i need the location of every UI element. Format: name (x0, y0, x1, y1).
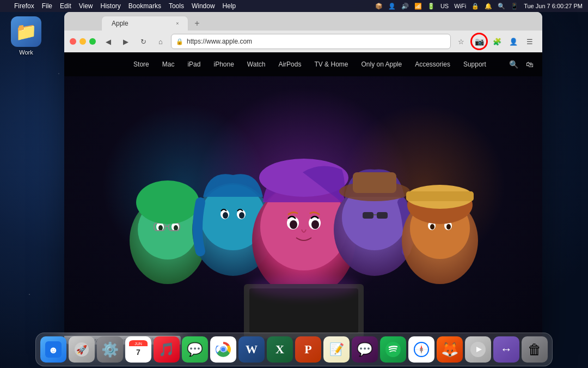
svg-point-12 (136, 180, 199, 224)
input-icon: US (440, 3, 449, 9)
dock-icon-quicktime[interactable] (465, 336, 491, 363)
apple-nav-support[interactable]: Support (463, 61, 486, 68)
menubar-right: 📦 👤 🔊 📶 🔋 US WiFi 🔒 🔔 🔍 📱 Tue Jun 7 6:00… (375, 3, 588, 10)
menubar: Firefox File Edit View History Bookmarks… (0, 0, 588, 12)
back-button[interactable]: ◀ (101, 34, 115, 49)
lock-icon: 🔒 (471, 3, 479, 10)
minimize-window-button[interactable] (79, 38, 86, 45)
search-icon[interactable]: 🔍 (509, 60, 518, 69)
website-content: Store Mac iPad iPhone Watch AirPods TV &… (64, 52, 542, 345)
traffic-lights (70, 38, 96, 45)
apple-nav-airpods[interactable]: AirPods (278, 61, 301, 68)
menu-button[interactable]: ☰ (523, 34, 537, 49)
hero-section: https://www.apple.com/us/shop/goto/bag (64, 76, 542, 345)
url-display: https://www.apple.com (187, 38, 252, 45)
menu-tools[interactable]: Tools (169, 2, 184, 10)
dock-icon-system-prefs[interactable]: ⚙️ (97, 336, 123, 363)
menu-view[interactable]: View (79, 2, 93, 10)
svg-text:7: 7 (136, 348, 140, 357)
apple-nav-mac[interactable]: Mac (162, 61, 175, 68)
maximize-window-button[interactable] (89, 38, 96, 45)
search-icon[interactable]: 🔍 (498, 3, 505, 10)
volume-icon[interactable]: 🔊 (401, 3, 409, 10)
browser-tab-apple[interactable]: Apple × (101, 16, 188, 31)
menu-history[interactable]: History (101, 2, 121, 10)
dock-icon-calendar[interactable]: 7JUN (125, 336, 151, 363)
reload-button[interactable]: ↻ (136, 34, 150, 49)
folder-icon: 📁 (11, 16, 41, 47)
svg-rect-41 (406, 191, 474, 201)
menu-bookmarks[interactable]: Bookmarks (128, 2, 161, 10)
svg-point-57 (221, 347, 225, 352)
notification-icon[interactable]: 🔔 (485, 3, 492, 10)
user-icon: 👤 (388, 3, 396, 10)
desktop: Firefox File Edit View History Bookmarks… (0, 0, 588, 368)
dock-icon-chrome[interactable] (210, 336, 236, 363)
apple-nav-watch[interactable]: Watch (247, 61, 266, 68)
apple-nav: Store Mac iPad iPhone Watch AirPods TV &… (64, 52, 542, 76)
svg-text:🚀: 🚀 (76, 345, 87, 355)
dock-icon-firefox[interactable]: 🦊 (437, 336, 463, 363)
address-bar[interactable]: 🔒 https://www.apple.com (171, 34, 451, 49)
svg-rect-28 (363, 212, 373, 219)
dock-icon-slack[interactable]: 💬 (352, 336, 378, 363)
bookmark-star-button[interactable]: ☆ (454, 34, 468, 49)
svg-point-38 (446, 224, 451, 230)
extensions-button[interactable]: 🧩 (490, 34, 504, 49)
svg-rect-29 (377, 212, 388, 219)
dock-icon-migration[interactable]: ↔ (493, 336, 519, 363)
apple-nav-only[interactable]: Only on Apple (361, 61, 402, 68)
menu-window[interactable]: Window (192, 2, 215, 10)
dock-icon-spotify[interactable] (380, 336, 406, 363)
apple-nav-store[interactable]: Store (133, 61, 149, 68)
bag-icon[interactable]: 🛍 (526, 60, 534, 69)
dock-icon-messages[interactable]: 💬 (182, 336, 208, 363)
toolbar-right-icons: ☆ 📷 🧩 👤 ☰ (454, 33, 537, 50)
screen-icon: 📱 (511, 3, 518, 10)
svg-text:☻: ☻ (48, 345, 59, 355)
apple-nav-iphone[interactable]: iPhone (213, 61, 234, 68)
dock-icon-notes[interactable]: 📝 (323, 336, 350, 363)
apple-nav-accessories[interactable]: Accessories (415, 61, 450, 68)
svg-point-17 (223, 212, 228, 219)
svg-text:JUN: JUN (134, 342, 142, 346)
account-button[interactable]: 👤 (506, 34, 520, 49)
svg-rect-32 (353, 172, 396, 193)
clock: Tue Jun 7 6:00:27 PM (524, 3, 583, 9)
nav-icons: 🔍 🛍 (509, 60, 534, 69)
new-tab-button[interactable]: + (191, 17, 204, 30)
lock-icon: 🔒 (176, 38, 183, 45)
dock-icon-music[interactable]: 🎵 (154, 336, 180, 363)
bluetooth-icon: 📶 (414, 3, 422, 10)
menu-edit[interactable]: Edit (60, 2, 71, 10)
home-button[interactable]: ⌂ (154, 34, 168, 49)
close-window-button[interactable] (70, 38, 76, 45)
desktop-folder-work[interactable]: 📁 Work (11, 16, 41, 56)
svg-point-24 (311, 220, 319, 229)
svg-point-58 (385, 342, 401, 357)
menu-file[interactable]: File (42, 2, 52, 10)
hero-artwork (64, 76, 542, 345)
tab-bar: Apple × + (64, 12, 542, 31)
dock: ☻ 🚀 ⚙️ 7JUN 🎵 💬 W X (35, 333, 553, 366)
dock-icon-launchpad[interactable]: 🚀 (69, 336, 95, 363)
tab-close-button[interactable]: × (174, 20, 181, 27)
dock-icon-powerpoint[interactable]: P (295, 336, 321, 363)
dock-icon-safari[interactable] (408, 336, 434, 363)
screenshot-button[interactable]: 📷 (470, 33, 488, 50)
battery-icon: 🔋 (427, 3, 435, 10)
wifi-icon[interactable]: WiFi (454, 3, 466, 9)
messages-dot-badge: 💬 (187, 342, 203, 357)
dock-icon-word[interactable]: W (238, 336, 265, 363)
dropbox-icon: 📦 (375, 3, 383, 10)
dock-icon-excel[interactable]: X (267, 336, 293, 363)
menu-firefox[interactable]: Firefox (14, 2, 34, 10)
dock-icon-trash[interactable]: 🗑 (522, 336, 548, 363)
menu-help[interactable]: Help (223, 2, 236, 10)
apple-nav-tv[interactable]: TV & Home (314, 61, 348, 68)
browser-window: Apple × + ◀ ▶ ↻ ⌂ 🔒 https://www.apple.co… (64, 12, 542, 345)
apple-nav-ipad[interactable]: iPad (187, 61, 200, 68)
dock-icon-finder[interactable]: ☻ (40, 336, 66, 363)
tab-title: Apple (112, 20, 170, 27)
forward-button[interactable]: ▶ (119, 34, 133, 49)
